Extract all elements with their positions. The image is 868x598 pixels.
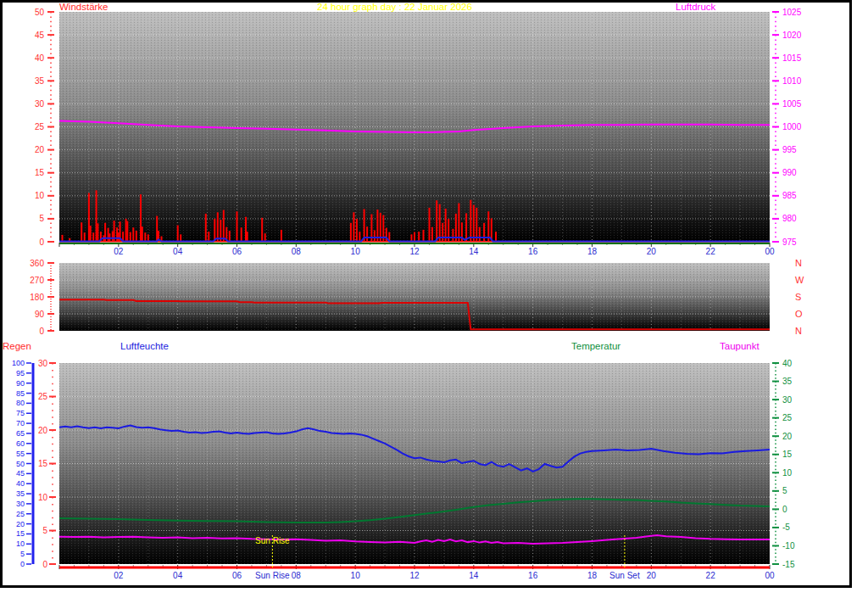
svg-text:995: 995 (782, 145, 797, 154)
svg-text:06: 06 (232, 571, 242, 580)
svg-text:40: 40 (16, 479, 25, 488)
svg-text:20: 20 (782, 432, 793, 441)
svg-text:O: O (795, 309, 803, 319)
svg-text:20: 20 (38, 426, 48, 435)
svg-text:50: 50 (16, 460, 25, 468)
regen-title: Regen (3, 341, 31, 351)
svg-text:1000: 1000 (782, 122, 802, 131)
svg-text:10: 10 (38, 493, 48, 502)
svg-text:06: 06 (232, 247, 242, 256)
svg-text:20: 20 (35, 145, 45, 154)
svg-text:35: 35 (35, 76, 45, 86)
svg-text:0: 0 (42, 560, 47, 569)
luftfeuchte-title: Luftfeuchte (120, 341, 169, 351)
svg-text:Sun Rise: Sun Rise (255, 571, 290, 580)
svg-text:08: 08 (292, 571, 302, 580)
svg-text:15: 15 (16, 529, 25, 538)
svg-text:15: 15 (38, 459, 48, 468)
svg-text:-15: -15 (782, 560, 795, 569)
weather-charts-canvas: 0510152025303540455097598098599099510001… (0, 0, 868, 598)
svg-text:12: 12 (409, 571, 420, 580)
svg-text:90: 90 (35, 310, 45, 319)
wind-pressure-panel: 0510152025303540455097598098599099510001… (35, 8, 802, 257)
svg-text:18: 18 (587, 247, 598, 256)
svg-text:0: 0 (20, 560, 25, 568)
taupunkt-title: Taupunkt (720, 341, 760, 351)
svg-text:70: 70 (16, 419, 25, 428)
svg-text:18: 18 (587, 571, 598, 580)
svg-text:95: 95 (16, 369, 25, 377)
svg-text:10: 10 (35, 191, 45, 200)
svg-text:00: 00 (765, 571, 775, 580)
svg-text:25: 25 (38, 392, 48, 401)
svg-text:100: 100 (12, 359, 25, 367)
svg-text:25: 25 (782, 413, 793, 422)
graph-day-title: 24 hour graph day : 22 Januar 2026 (317, 2, 472, 12)
svg-text:12: 12 (409, 247, 420, 256)
svg-text:14: 14 (469, 571, 479, 580)
wind-direction-panel: 090180270360NWSON (30, 258, 804, 336)
svg-text:5: 5 (782, 486, 787, 495)
svg-text:35: 35 (782, 377, 793, 386)
svg-text:14: 14 (469, 247, 479, 256)
svg-text:0: 0 (39, 238, 44, 247)
svg-text:25: 25 (35, 122, 45, 131)
svg-text:990: 990 (782, 168, 797, 177)
temperatur-title: Temperatur (571, 341, 620, 351)
svg-text:35: 35 (16, 489, 25, 498)
svg-text:40: 40 (35, 53, 45, 63)
svg-text:04: 04 (173, 247, 183, 256)
svg-text:1005: 1005 (782, 99, 802, 109)
svg-text:60: 60 (16, 439, 25, 448)
svg-text:50: 50 (35, 8, 45, 17)
svg-text:30: 30 (16, 500, 25, 508)
svg-text:N: N (795, 326, 802, 336)
weather-graph-window: 0510152025303540455097598098599099510001… (0, 0, 868, 598)
svg-text:W: W (795, 275, 804, 285)
svg-text:80: 80 (16, 399, 25, 407)
svg-text:1020: 1020 (782, 31, 802, 40)
svg-text:-10: -10 (782, 541, 795, 550)
svg-text:10: 10 (351, 247, 361, 256)
svg-text:22: 22 (706, 247, 716, 256)
svg-text:0: 0 (39, 327, 44, 336)
svg-text:15: 15 (782, 450, 793, 459)
svg-text:5: 5 (42, 526, 47, 535)
luftdruck-title: Luftdruck (676, 2, 715, 12)
svg-text:30: 30 (38, 359, 48, 368)
svg-text:20: 20 (16, 520, 25, 528)
svg-text:10: 10 (782, 468, 793, 478)
svg-text:75: 75 (16, 409, 25, 417)
svg-text:04: 04 (173, 571, 183, 580)
svg-text:Sun Set: Sun Set (609, 571, 640, 580)
svg-text:45: 45 (35, 31, 45, 40)
svg-text:1010: 1010 (782, 76, 802, 86)
svg-text:40: 40 (782, 359, 793, 368)
svg-text:980: 980 (782, 214, 797, 223)
svg-text:16: 16 (528, 571, 538, 580)
svg-text:15: 15 (35, 168, 45, 177)
svg-text:Sun Rise: Sun Rise (255, 536, 290, 545)
svg-text:90: 90 (16, 379, 25, 388)
svg-text:S: S (795, 292, 801, 302)
svg-text:45: 45 (16, 469, 25, 478)
svg-text:85: 85 (16, 389, 25, 398)
svg-text:22: 22 (706, 571, 716, 580)
svg-text:-5: -5 (782, 523, 790, 532)
svg-text:30: 30 (35, 99, 45, 109)
svg-text:30: 30 (782, 395, 793, 405)
svg-text:5: 5 (20, 550, 25, 558)
svg-text:08: 08 (292, 247, 302, 256)
svg-text:975: 975 (782, 238, 797, 247)
svg-text:02: 02 (114, 571, 124, 580)
svg-text:360: 360 (30, 259, 44, 268)
svg-text:00: 00 (765, 247, 775, 256)
svg-text:1025: 1025 (782, 8, 802, 17)
svg-text:55: 55 (16, 450, 25, 458)
svg-text:20: 20 (647, 247, 657, 256)
svg-text:0: 0 (782, 505, 787, 514)
svg-text:180: 180 (30, 293, 44, 302)
svg-text:02: 02 (114, 247, 124, 256)
humidity-temperature-panel: 0510152025303540455055606570758085909510… (12, 359, 795, 581)
svg-text:10: 10 (16, 539, 25, 548)
